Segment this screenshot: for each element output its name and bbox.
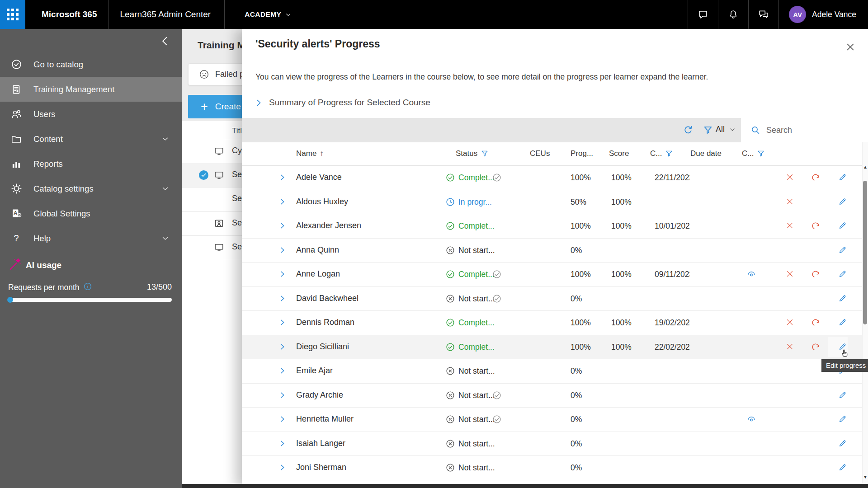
edit-progress-icon[interactable] — [838, 439, 847, 448]
learner-row[interactable]: Alexander JensenComplet...100%100%10/01/… — [242, 214, 868, 239]
table-header-row: Name↑StatusCEUsProg...ScoreC...Due dateC… — [242, 142, 868, 166]
reset-progress-icon[interactable] — [811, 342, 821, 352]
app-launcher-icon[interactable] — [0, 0, 25, 29]
edit-progress-icon[interactable] — [838, 414, 847, 424]
reset-progress-icon[interactable] — [811, 221, 821, 231]
column-header-name[interactable]: Name↑ — [296, 149, 324, 158]
sidebar-collapse-icon[interactable] — [159, 35, 171, 47]
feedback-button[interactable] — [688, 0, 718, 29]
column-header-ceus[interactable]: CEUs — [530, 149, 550, 158]
edit-progress-icon[interactable] — [838, 390, 847, 400]
sidebar-item-catalog-settings[interactable]: Catalog settings — [0, 176, 182, 201]
column-header-progress[interactable]: Prog... — [571, 149, 593, 158]
delete-progress-icon[interactable] — [785, 318, 794, 327]
filter-icon[interactable] — [757, 150, 765, 158]
selected-check-icon[interactable] — [199, 170, 208, 180]
edit-progress-icon[interactable] — [838, 294, 847, 303]
edit-progress-icon[interactable] — [838, 269, 847, 279]
learner-row[interactable]: Henrietta MullerNot start...0% — [242, 407, 868, 432]
sidebar-item-label: Content — [33, 134, 63, 144]
sidebar-item-content[interactable]: Content — [0, 127, 182, 151]
ai-usage-label[interactable]: AI usage — [26, 260, 61, 270]
info-icon[interactable] — [83, 282, 92, 291]
column-header-certificate[interactable]: C... — [742, 149, 765, 158]
close-icon[interactable] — [844, 41, 857, 53]
sidebar-item-help[interactable]: ?Help — [0, 226, 182, 251]
expand-row-icon[interactable] — [278, 173, 287, 182]
learner-row[interactable]: Emile AjarNot start...0% — [242, 359, 868, 384]
learner-row[interactable]: Adele VanceComplet...100%100%22/11/2023 — [242, 165, 868, 190]
tenant-dropdown[interactable]: ACADEMY — [245, 10, 291, 19]
filter-dropdown[interactable]: All — [716, 125, 736, 134]
expand-row-icon[interactable] — [278, 294, 287, 303]
expand-row-icon[interactable] — [278, 343, 287, 351]
progress-value: 0% — [571, 294, 582, 304]
filter-icon[interactable] — [703, 125, 713, 136]
svg-text:A: A — [13, 210, 17, 216]
reset-progress-icon[interactable] — [811, 318, 821, 328]
reset-progress-icon[interactable] — [811, 269, 821, 279]
bottom-scrollbar-strip[interactable] — [182, 484, 868, 488]
notifications-button[interactable] — [718, 0, 748, 29]
scrollbar-thumb[interactable] — [863, 181, 867, 324]
sidebar-item-reports[interactable]: Reports — [0, 151, 182, 176]
edit-progress-icon[interactable] — [838, 245, 847, 255]
messages-button[interactable] — [748, 0, 779, 29]
expand-row-icon[interactable] — [278, 221, 287, 230]
refresh-icon[interactable] — [682, 124, 694, 136]
sidebar-item-go-to-catalog[interactable]: Go to catalog — [0, 52, 182, 77]
brand-title[interactable]: Microsoft 365 — [42, 9, 97, 19]
edit-progress-icon[interactable] — [838, 197, 847, 206]
column-header-score[interactable]: Score — [609, 149, 629, 158]
summary-expander[interactable]: Summary of Progress for Selected Course — [255, 98, 430, 108]
expand-row-icon[interactable] — [278, 366, 287, 375]
chevron-down-icon — [161, 135, 169, 143]
learner-row[interactable]: Joni ShermanNot start...0% — [242, 455, 868, 480]
learner-name: David Backwheel — [296, 294, 359, 303]
avatar[interactable]: AV — [789, 6, 806, 23]
reset-progress-icon[interactable] — [811, 173, 821, 183]
scrollbar-up-icon[interactable]: ▲ — [863, 164, 868, 169]
expand-row-icon[interactable] — [278, 270, 287, 278]
edit-progress-icon[interactable] — [838, 221, 847, 230]
expand-row-icon[interactable] — [278, 318, 287, 327]
learner-row[interactable]: David BackwheelNot start...0% — [242, 286, 868, 311]
edit-progress-icon[interactable] — [838, 318, 847, 327]
account-menu[interactable]: AV Adele Vance — [779, 6, 868, 23]
sidebar-item-users[interactable]: Users — [0, 102, 182, 127]
delete-progress-icon[interactable] — [785, 269, 794, 278]
user-name: Adele Vance — [812, 10, 856, 19]
sidebar-item-training-management[interactable]: Training Management — [0, 77, 182, 102]
score-value: 100% — [611, 343, 632, 352]
expand-row-icon[interactable] — [278, 197, 287, 206]
progress-value: 100% — [571, 318, 591, 328]
scrollbar-down-icon[interactable]: ▼ — [863, 474, 868, 479]
learner-row[interactable]: Anne LoganComplet...100%100%09/11/2023 — [242, 262, 868, 287]
view-certificate-icon[interactable] — [746, 414, 756, 424]
view-certificate-icon[interactable] — [746, 269, 756, 279]
learner-row[interactable]: Dennis RodmanComplet...100%100%19/02/202… — [242, 310, 868, 335]
learner-row[interactable]: Grady ArchieNot start...0% — [242, 383, 868, 408]
delete-progress-icon[interactable] — [785, 197, 794, 206]
expand-row-icon[interactable] — [278, 246, 287, 254]
sidebar-item-global-settings[interactable]: AGlobal Settings — [0, 201, 182, 226]
filter-icon[interactable] — [665, 150, 673, 158]
search-input[interactable]: Search — [741, 118, 868, 142]
expand-row-icon[interactable] — [278, 439, 287, 448]
edit-progress-icon[interactable] — [838, 173, 847, 182]
learner-row[interactable]: Isaiah LangerNot start...0% — [242, 432, 868, 456]
learner-row[interactable]: Aldous HuxleyIn progr...50%100% — [242, 190, 868, 215]
learner-row[interactable]: Diego SicillianiComplet...100%100%22/02/… — [242, 335, 868, 360]
filter-icon[interactable] — [481, 150, 489, 158]
expand-row-icon[interactable] — [278, 463, 287, 472]
delete-progress-icon[interactable] — [785, 173, 794, 182]
edit-progress-icon[interactable] — [838, 463, 847, 472]
learner-row[interactable]: Anna QuinnNot start...0% — [242, 238, 868, 263]
column-header-completed[interactable]: C... — [650, 149, 673, 158]
delete-progress-icon[interactable] — [785, 221, 794, 230]
column-header-due_date[interactable]: Due date — [690, 149, 722, 158]
expand-row-icon[interactable] — [278, 391, 287, 399]
expand-row-icon[interactable] — [278, 415, 287, 423]
column-header-status[interactable]: Status — [456, 149, 489, 158]
delete-progress-icon[interactable] — [785, 342, 794, 351]
